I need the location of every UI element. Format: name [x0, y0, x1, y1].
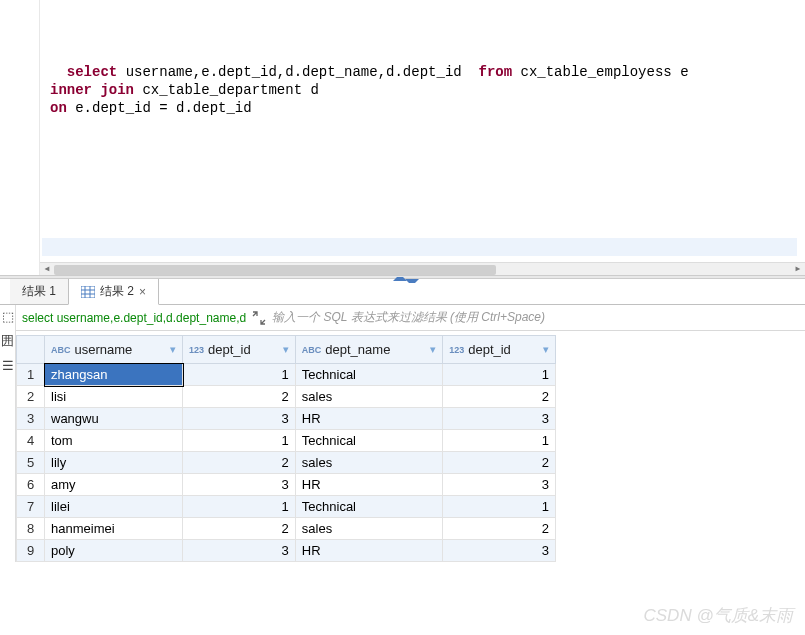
row-number[interactable]: 3	[17, 408, 45, 430]
column-name: username	[75, 342, 133, 357]
current-line-highlight	[42, 238, 797, 256]
cell[interactable]: lilei	[45, 496, 183, 518]
row-number[interactable]: 4	[17, 430, 45, 452]
svg-rect-0	[81, 286, 95, 298]
cell[interactable]: zhangsan	[45, 364, 183, 386]
results-left-toolbar: ⬚ 囲 ☰	[0, 305, 16, 562]
column-name: dept_id	[468, 342, 511, 357]
cell[interactable]: HR	[295, 408, 442, 430]
cell[interactable]: Technical	[295, 496, 442, 518]
splitter-handle-icon[interactable]	[353, 273, 453, 283]
row-header-corner[interactable]	[17, 336, 45, 364]
cell[interactable]: sales	[295, 452, 442, 474]
cell[interactable]: amy	[45, 474, 183, 496]
table-row[interactable]: 4tom1Technical1	[17, 430, 556, 452]
cell[interactable]: tom	[45, 430, 183, 452]
row-number[interactable]: 5	[17, 452, 45, 474]
cell[interactable]: lily	[45, 452, 183, 474]
type-badge: 123	[189, 345, 204, 355]
tab-result-1[interactable]: 结果 1	[10, 279, 68, 304]
table-row[interactable]: 3wangwu3HR3	[17, 408, 556, 430]
grid-view-icon[interactable]: 囲	[0, 328, 15, 354]
cell[interactable]: lisi	[45, 386, 183, 408]
table-row[interactable]: 2lisi2sales2	[17, 386, 556, 408]
editor-gutter	[0, 0, 40, 275]
row-number[interactable]: 1	[17, 364, 45, 386]
column-header[interactable]: ABCusername▾	[45, 336, 183, 364]
sql-editor[interactable]: select username,e.dept_id,d.dept_name,d.…	[0, 0, 805, 275]
cell[interactable]: 1	[183, 364, 296, 386]
cell[interactable]: 2	[443, 386, 556, 408]
cell[interactable]: 1	[183, 496, 296, 518]
cell[interactable]: 3	[443, 474, 556, 496]
column-name: dept_id	[208, 342, 251, 357]
cell[interactable]: 3	[443, 408, 556, 430]
cell[interactable]: 1	[443, 364, 556, 386]
filter-icon[interactable]: ▾	[167, 343, 176, 356]
cell[interactable]: 2	[183, 452, 296, 474]
expand-icon[interactable]	[252, 311, 266, 325]
results-grid[interactable]: ABCusername▾ 123dept_id▾ ABCdept_name▾ 1…	[16, 331, 805, 562]
tab-label: 结果 1	[22, 283, 56, 300]
watermark: CSDN @气质&末雨	[644, 604, 794, 627]
table-row[interactable]: 5lily2sales2	[17, 452, 556, 474]
query-summary: select username,e.dept_id,d.dept_name,d	[22, 311, 246, 325]
cell[interactable]: wangwu	[45, 408, 183, 430]
column-header[interactable]: 123dept_id▾	[183, 336, 296, 364]
filter-icon[interactable]: ▾	[540, 343, 549, 356]
cell[interactable]: 3	[183, 474, 296, 496]
column-header[interactable]: ABCdept_name▾	[295, 336, 442, 364]
grid-icon	[81, 286, 95, 298]
tab-result-2[interactable]: 结果 2 ×	[68, 278, 159, 305]
cell[interactable]: sales	[295, 386, 442, 408]
filter-icon[interactable]: ▾	[280, 343, 289, 356]
row-number[interactable]: 8	[17, 518, 45, 540]
filter-input[interactable]: 输入一个 SQL 表达式来过滤结果 (使用 Ctrl+Space)	[272, 309, 545, 326]
row-number[interactable]: 9	[17, 540, 45, 562]
table-row[interactable]: 6amy3HR3	[17, 474, 556, 496]
horizontal-splitter[interactable]	[0, 275, 805, 279]
cell[interactable]: 1	[183, 430, 296, 452]
cell[interactable]: 2	[443, 452, 556, 474]
cell[interactable]: 3	[183, 408, 296, 430]
cell[interactable]: Technical	[295, 430, 442, 452]
text-view-icon[interactable]: ☰	[0, 354, 15, 377]
table-row[interactable]: 1zhangsan1Technical1	[17, 364, 556, 386]
cell[interactable]: 1	[443, 496, 556, 518]
cell[interactable]: 3	[183, 540, 296, 562]
results-filter-bar: select username,e.dept_id,d.dept_name,d …	[16, 305, 805, 331]
row-number[interactable]: 7	[17, 496, 45, 518]
panel-toggle-icon[interactable]: ⬚	[0, 305, 15, 328]
cell[interactable]: 2	[183, 386, 296, 408]
tab-label: 结果 2	[100, 283, 134, 300]
column-name: dept_name	[325, 342, 390, 357]
table-row[interactable]: 7lilei1Technical1	[17, 496, 556, 518]
sql-code: select username,e.dept_id,d.dept_name,d.…	[50, 64, 689, 116]
type-badge: 123	[449, 345, 464, 355]
table-row[interactable]: 9poly3HR3	[17, 540, 556, 562]
close-icon[interactable]: ×	[139, 285, 146, 299]
cell[interactable]: 2	[183, 518, 296, 540]
filter-icon[interactable]: ▾	[427, 343, 436, 356]
row-number[interactable]: 6	[17, 474, 45, 496]
column-header[interactable]: 123dept_id▾	[443, 336, 556, 364]
cell[interactable]: HR	[295, 540, 442, 562]
cell[interactable]: sales	[295, 518, 442, 540]
type-badge: ABC	[51, 345, 71, 355]
cell[interactable]: 2	[443, 518, 556, 540]
type-badge: ABC	[302, 345, 322, 355]
cell[interactable]: 1	[443, 430, 556, 452]
row-number[interactable]: 2	[17, 386, 45, 408]
cell[interactable]: 3	[443, 540, 556, 562]
table-row[interactable]: 8hanmeimei2sales2	[17, 518, 556, 540]
cell[interactable]: hanmeimei	[45, 518, 183, 540]
cell[interactable]: poly	[45, 540, 183, 562]
cell[interactable]: HR	[295, 474, 442, 496]
cell[interactable]: Technical	[295, 364, 442, 386]
